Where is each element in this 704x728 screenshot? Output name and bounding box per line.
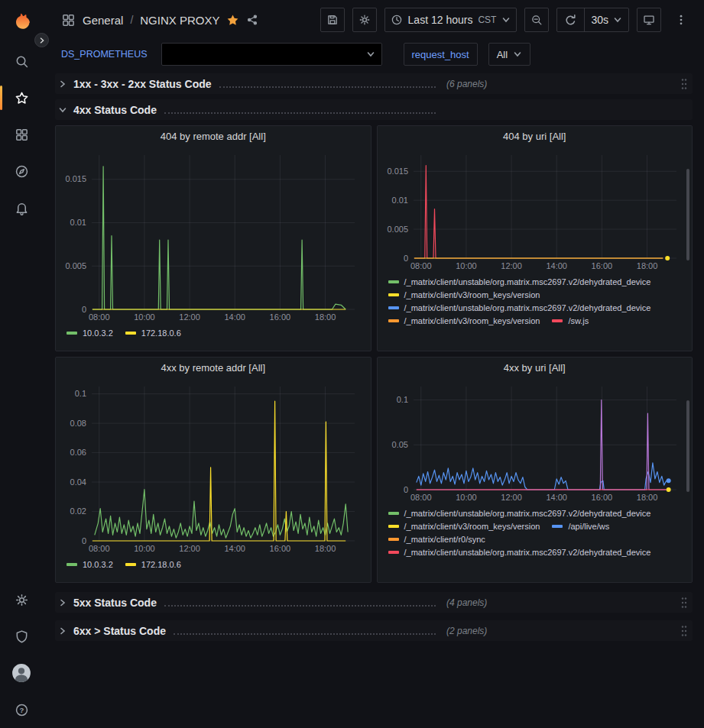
panel-title[interactable]: 4xx by uri [All] bbox=[378, 358, 693, 379]
row-drag-handle[interactable] bbox=[680, 78, 689, 90]
legend-series-label: /_matrix/client/unstable/org.matrix.msc2… bbox=[404, 303, 651, 312]
svg-text:16:00: 16:00 bbox=[591, 493, 612, 502]
dashboard-settings-button[interactable] bbox=[352, 8, 377, 32]
chevron-right-icon bbox=[38, 37, 46, 44]
dashboards-grid-icon bbox=[15, 128, 29, 142]
chevron-down-icon bbox=[501, 15, 511, 24]
row-drag-handle[interactable] bbox=[680, 625, 689, 637]
legend-scrollbar[interactable] bbox=[686, 169, 689, 260]
legend-series-label: 172.18.0.6 bbox=[141, 328, 181, 338]
sidebar-item-explore[interactable] bbox=[0, 153, 43, 189]
timeseries-chart[interactable]: 08:0010:0012:0014:0016:0018:0000.0050.01… bbox=[58, 147, 367, 324]
svg-text:0.04: 0.04 bbox=[70, 477, 86, 487]
compass-icon bbox=[15, 164, 29, 179]
svg-text:0.1: 0.1 bbox=[75, 389, 86, 398]
refresh-icon bbox=[563, 13, 578, 28]
sidebar-item-profile[interactable] bbox=[0, 655, 43, 691]
favorite-star-icon[interactable] bbox=[226, 14, 239, 27]
row-panel-count: (6 panels) bbox=[446, 79, 487, 89]
legend-item[interactable]: /_matrix/client/v3/room_keys/version bbox=[388, 522, 540, 531]
dashboard-variables-bar: DS_PROMETHEUS request_host All bbox=[43, 40, 704, 69]
legend-series-swatch bbox=[388, 512, 399, 515]
svg-text:0.1: 0.1 bbox=[396, 395, 407, 404]
svg-text:12:00: 12:00 bbox=[501, 493, 522, 502]
legend-item[interactable]: 172.18.0.6 bbox=[125, 560, 181, 569]
row-title: 6xx > Status Code bbox=[73, 625, 166, 637]
timeseries-chart[interactable]: 08:0010:0012:0014:0016:0018:0000.020.040… bbox=[58, 379, 367, 555]
svg-text:0.015: 0.015 bbox=[65, 174, 86, 183]
legend-item[interactable]: /_matrix/client/v3/room_keys/version bbox=[388, 316, 540, 325]
sidebar-item-configuration[interactable] bbox=[0, 581, 43, 618]
more-options-button[interactable] bbox=[669, 8, 693, 32]
refresh-interval-dropdown[interactable]: 30s bbox=[585, 8, 628, 31]
chart-wrap: 08:0010:0012:0014:0016:0018:0000.0050.01… bbox=[378, 147, 693, 275]
variable-request-host-label[interactable]: request_host bbox=[404, 43, 478, 66]
sidebar-item-starred[interactable] bbox=[0, 79, 43, 116]
legend-series-label: /_matrix/client/unstable/org.matrix.msc2… bbox=[404, 277, 651, 286]
row-drag-handle[interactable] bbox=[680, 597, 689, 609]
legend-item[interactable]: /_matrix/client/unstable/org.matrix.msc2… bbox=[388, 548, 651, 557]
tv-mode-button[interactable] bbox=[637, 8, 661, 32]
legend-item[interactable]: /_matrix/client/r0/sync bbox=[388, 535, 485, 544]
legend-item[interactable]: 10.0.3.2 bbox=[67, 560, 113, 569]
refresh-button[interactable] bbox=[557, 8, 584, 31]
panel-title[interactable]: 404 by uri [All] bbox=[378, 126, 693, 147]
timeseries-chart[interactable]: 08:0010:0012:0014:0016:0018:0000.0050.01… bbox=[380, 147, 689, 273]
sidebar-expand-button[interactable] bbox=[34, 33, 49, 47]
panel-title[interactable]: 404 by remote addr [All] bbox=[56, 126, 371, 147]
legend-item[interactable]: /sw.js bbox=[552, 316, 589, 325]
avatar bbox=[11, 663, 31, 683]
variable-datasource-value-dropdown[interactable] bbox=[161, 43, 382, 66]
variable-request-host-dropdown[interactable]: All bbox=[488, 43, 530, 66]
apps-icon[interactable] bbox=[61, 13, 76, 28]
legend-item[interactable]: /_matrix/client/unstable/org.matrix.msc2… bbox=[388, 303, 651, 312]
sidebar-item-dashboards[interactable] bbox=[0, 116, 43, 153]
timeseries-chart[interactable]: 08:0010:0012:0014:0016:0018:0000.050.1 bbox=[380, 379, 689, 504]
legend-item[interactable]: /api/live/ws bbox=[552, 522, 609, 531]
row-header-4xx[interactable]: 4xx Status Code bbox=[55, 99, 693, 120]
legend-series-swatch bbox=[552, 319, 563, 322]
svg-text:12:00: 12:00 bbox=[501, 261, 522, 270]
legend-scrollbar[interactable] bbox=[686, 400, 689, 492]
legend-item[interactable]: 10.0.3.2 bbox=[67, 328, 113, 338]
legend-series-swatch bbox=[388, 525, 399, 528]
legend-series-swatch bbox=[388, 306, 399, 309]
time-range-picker[interactable]: Last 12 hours CST bbox=[384, 8, 517, 32]
svg-text:0.005: 0.005 bbox=[387, 225, 408, 234]
row-header-5xx[interactable]: 5xx Status Code (4 panels) bbox=[55, 592, 693, 613]
variable-datasource-label[interactable]: DS_PROMETHEUS bbox=[61, 44, 154, 64]
svg-text:18:00: 18:00 bbox=[315, 544, 336, 553]
zoom-out-time-button[interactable] bbox=[524, 8, 549, 32]
svg-text:18:00: 18:00 bbox=[636, 493, 657, 502]
breadcrumb-dashboard-title[interactable]: NGINX PROXY bbox=[140, 14, 219, 27]
legend-series-label: 172.18.0.6 bbox=[141, 560, 181, 569]
sidebar-item-server-admin[interactable] bbox=[0, 618, 43, 655]
row-header-1xx-3xx-2xx[interactable]: 1xx - 3xx - 2xx Status Code (6 panels) bbox=[55, 73, 693, 94]
variable-value-text: All bbox=[497, 49, 508, 60]
chevron-right-icon bbox=[58, 626, 67, 636]
legend-series-label: /sw.js bbox=[568, 316, 589, 325]
legend-item[interactable]: 172.18.0.6 bbox=[125, 328, 181, 338]
breadcrumb-folder[interactable]: General bbox=[83, 14, 123, 27]
legend-item[interactable]: /_matrix/client/v3/room_keys/version bbox=[388, 290, 540, 299]
svg-text:10:00: 10:00 bbox=[134, 312, 155, 322]
panel-grid: 404 by remote addr [All] 08:0010:0012:00… bbox=[55, 125, 693, 583]
panel-title[interactable]: 4xx by remote addr [All] bbox=[56, 358, 371, 379]
sidebar-item-help[interactable]: ? bbox=[0, 691, 43, 728]
svg-text:14:00: 14:00 bbox=[546, 493, 567, 502]
time-range-label: Last 12 hours bbox=[408, 14, 473, 26]
row-header-6xx[interactable]: 6xx > Status Code (2 panels) bbox=[55, 620, 693, 641]
sidebar-item-alerting[interactable] bbox=[0, 189, 43, 226]
panel-legend: /_matrix/client/unstable/org.matrix.msc2… bbox=[378, 506, 693, 582]
legend-series-label: /_matrix/client/unstable/org.matrix.msc2… bbox=[404, 509, 651, 518]
sidebar-item-search[interactable] bbox=[0, 43, 43, 79]
svg-text:16:00: 16:00 bbox=[591, 261, 612, 270]
save-dashboard-button[interactable] bbox=[320, 8, 345, 32]
row-title-group: 4xx Status Code bbox=[73, 104, 439, 116]
svg-text:0: 0 bbox=[403, 485, 407, 494]
share-icon[interactable] bbox=[246, 14, 258, 26]
svg-text:0: 0 bbox=[82, 305, 86, 314]
legend-item[interactable]: /_matrix/client/unstable/org.matrix.msc2… bbox=[388, 277, 651, 286]
legend-item[interactable]: /_matrix/client/unstable/org.matrix.msc2… bbox=[388, 509, 651, 518]
svg-text:10:00: 10:00 bbox=[456, 493, 477, 502]
